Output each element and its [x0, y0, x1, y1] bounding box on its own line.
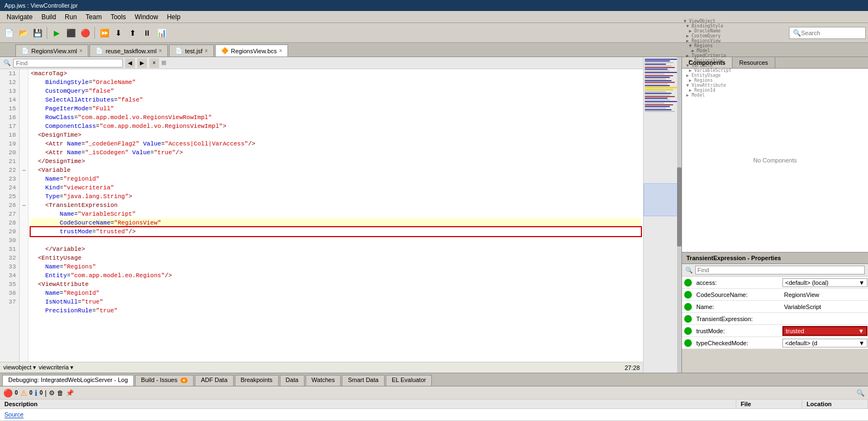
viewcriteria-breadcrumb[interactable]: viewcriteria ▾ [38, 364, 74, 371]
tab-icon: 📄 [175, 47, 183, 54]
props-value-codesourcename: RegionsView [782, 290, 868, 299]
clear-icon[interactable]: 🗑 [57, 389, 64, 397]
code-line-18: <DesignTime> [31, 131, 641, 139]
tab-watches[interactable]: Watches [306, 375, 341, 386]
col-header-description: Description [0, 400, 736, 408]
filter-btn[interactable]: | [45, 389, 47, 397]
tab-label: RegionsView.xml [31, 48, 77, 54]
menu-tools[interactable]: Tools [106, 12, 130, 22]
props-indicator-codesourcename [684, 291, 692, 299]
code-line-11: <macroTag> [31, 69, 641, 78]
code-line-21: </DesignTime> [31, 157, 641, 166]
code-line-38: PrecisionRule="true" [31, 306, 641, 315]
props-value-access[interactable]: <default> (local) ▼ [782, 278, 867, 287]
find-input[interactable] [13, 59, 123, 68]
toolbar-stop[interactable]: ⬛ [64, 26, 77, 40]
code-line-37: IsNotNull="true" [31, 297, 641, 306]
props-row-access: access: <default> (local) ▼ [682, 277, 868, 289]
tab-smart-data[interactable]: Smart Data [342, 375, 385, 386]
props-indicator-access [684, 279, 692, 287]
tab-el-evaluator[interactable]: EL Evaluator [386, 375, 432, 386]
toolbar-save[interactable]: 💾 [31, 26, 44, 40]
toolbar-debug[interactable]: 🔴 [78, 26, 92, 40]
find-icon: 🔍 [3, 59, 11, 66]
props-value-typechecked[interactable]: <default> (d ▼ [782, 339, 867, 347]
menu-team[interactable]: Team [81, 12, 106, 22]
editor-footer: viewobject ▾ viewcriteria ▾ 27:28 [0, 362, 643, 373]
build-issues-badge: ▾ [181, 378, 188, 383]
code-line-30 [31, 236, 641, 245]
info-icon: ℹ [35, 389, 37, 397]
info-count: 0 [40, 390, 43, 396]
props-search-input[interactable] [695, 266, 865, 274]
viewobject-breadcrumb[interactable]: viewobject ▾ [3, 364, 36, 371]
toolbar-open[interactable]: 📂 [16, 26, 30, 40]
menu-build[interactable]: Build [37, 12, 60, 22]
toolbar-step[interactable]: ⏩ [98, 26, 111, 40]
props-value-transient [782, 318, 868, 320]
tab-regionsview-xml[interactable]: 📄 RegionsView.xml × [15, 44, 88, 57]
collapse-toggles: − − [20, 69, 29, 362]
code-line-13: CustomQuery="false" [31, 87, 641, 96]
title-text: App.jws : ViewController.jpr [4, 2, 78, 9]
toolbar-stepout[interactable]: ⬆ [126, 26, 139, 40]
props-value-trustmode[interactable]: trusted ▼ [782, 326, 867, 336]
code-content[interactable]: <macroTag> BindingStyle="OracleName" Cus… [29, 69, 643, 362]
code-line-17: ComponentClass="com.app.model.vo.Regions… [31, 122, 641, 131]
bottom-content: Description File Location Source [0, 400, 868, 421]
tab-reuse-taskflow[interactable]: 📄 reuse_taskflow.xml × [89, 44, 168, 57]
properties-title: TransientExpression - Properties [682, 252, 868, 264]
properties-panel: TransientExpression - Properties 🔍 acces… [682, 252, 868, 373]
find-prev[interactable]: ◀ [125, 58, 135, 68]
dropdown-arrow-typechecked[interactable]: ▼ [859, 340, 865, 346]
tab-adf-data[interactable]: ADF Data [195, 375, 233, 386]
source-tab[interactable]: Source [4, 411, 24, 418]
tab-breakpoints[interactable]: Breakpoints [235, 375, 279, 386]
tab-close-3[interactable]: × [279, 48, 282, 54]
right-panel: Components Resources ▼ ViewObject ▼ Bind… [681, 57, 868, 373]
props-row-name: Name: VariableScript [682, 301, 868, 313]
dropdown-arrow-trustmode[interactable]: ▼ [858, 328, 864, 334]
code-line-25: Type="java.lang.String"> [31, 192, 641, 201]
editor-position: 27:28 [624, 364, 640, 371]
menu-navigate[interactable]: Navigate [2, 12, 37, 22]
toolbar-stepinto[interactable]: ⬇ [112, 26, 125, 40]
tab-data[interactable]: Data [280, 375, 305, 386]
menu-run[interactable]: Run [60, 12, 81, 22]
toolbar-sep-2 [94, 27, 95, 39]
props-key-access: access: [694, 278, 782, 287]
warn-icon: ⚠ [20, 389, 27, 397]
tab-close-1[interactable]: × [159, 48, 162, 54]
menu-window[interactable]: Window [130, 12, 162, 22]
settings-icon[interactable]: ⚙ [49, 389, 55, 397]
tab-build-issues[interactable]: Build - Issues ▾ [135, 375, 194, 386]
bottom-toolbar: 🔴 0 ⚠ 0 ℹ 0 | ⚙ 🗑 📌 🔍 [0, 386, 868, 400]
tab-regionsview-bcs[interactable]: 🔶 RegionsView.bcs × [215, 44, 288, 57]
main-layout: 🔍 ◀ ▶ × ⊞ 1112131415 1617181920 21222324… [0, 57, 868, 373]
code-line-16: RowClass="com.app.model.vo.RegionsViewRo… [31, 113, 641, 122]
pin-icon[interactable]: 📌 [66, 389, 74, 397]
tab-icon: 📄 [21, 47, 29, 54]
dropdown-arrow-access[interactable]: ▼ [859, 279, 865, 286]
code-line-27: Name="VariableScript" [31, 210, 641, 218]
col-header-location: Location [802, 400, 868, 408]
toolbar-run[interactable]: ▶ [50, 26, 63, 40]
code-line-24: Kind="viewcriteria" [31, 183, 641, 192]
tab-close-0[interactable]: × [80, 48, 83, 54]
tab-log[interactable]: Debugging: IntegratedWebLogicServer - Lo… [2, 375, 134, 386]
code-line-36: Name="RegionId" [31, 289, 641, 297]
toolbar-new[interactable]: 📄 [2, 26, 15, 40]
find-next[interactable]: ▶ [137, 58, 147, 68]
code-line-14: SelectAllAttributes="false" [31, 96, 641, 104]
menu-help[interactable]: Help [162, 12, 185, 22]
find-close[interactable]: × [149, 58, 159, 68]
toolbar-profile[interactable]: 📊 [155, 26, 168, 40]
tab-test-jsf[interactable]: 📄 test.jsf × [169, 44, 214, 57]
props-indicator-transient [684, 315, 692, 323]
toolbar-pause[interactable]: ⏸ [140, 26, 154, 40]
tab-icon: 📄 [95, 47, 103, 54]
props-key-transient: TransientExpression: [694, 315, 782, 323]
tab-close-2[interactable]: × [205, 48, 208, 54]
title-bar: App.jws : ViewController.jpr [0, 0, 868, 11]
props-row-transient: TransientExpression: [682, 313, 868, 325]
